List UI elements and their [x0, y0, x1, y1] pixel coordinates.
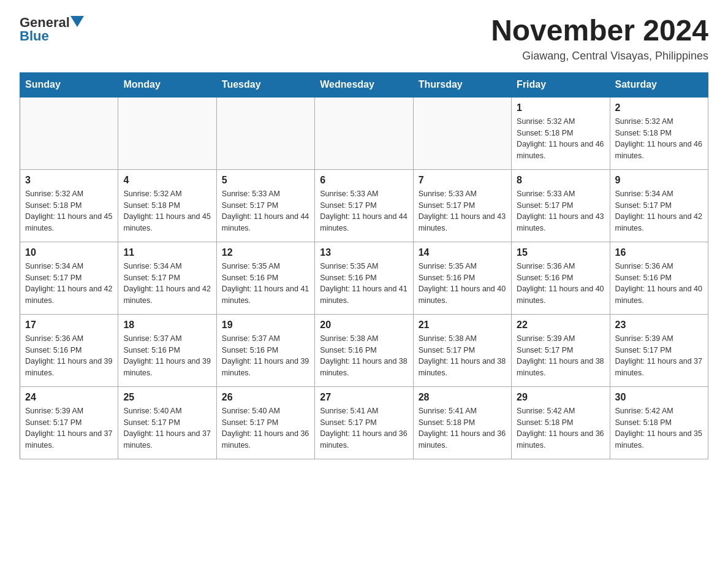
day-number: 4: [123, 175, 211, 186]
day-number: 28: [419, 392, 506, 403]
calendar-week-row: 3Sunrise: 5:32 AM Sunset: 5:18 PM Daylig…: [20, 169, 708, 242]
day-number: 9: [615, 175, 703, 186]
day-info: Sunrise: 5:34 AM Sunset: 5:17 PM Dayligh…: [25, 261, 113, 307]
day-info: Sunrise: 5:35 AM Sunset: 5:16 PM Dayligh…: [320, 261, 408, 307]
calendar-cell: 13Sunrise: 5:35 AM Sunset: 5:16 PM Dayli…: [315, 242, 413, 314]
day-info: Sunrise: 5:33 AM Sunset: 5:17 PM Dayligh…: [517, 188, 604, 234]
day-number: 27: [320, 392, 408, 403]
day-number: 10: [25, 247, 113, 258]
day-number: 15: [517, 247, 604, 258]
day-number: 11: [123, 247, 211, 258]
calendar-week-row: 10Sunrise: 5:34 AM Sunset: 5:17 PM Dayli…: [20, 242, 708, 314]
calendar-cell: 30Sunrise: 5:42 AM Sunset: 5:18 PM Dayli…: [610, 386, 708, 459]
calendar-cell: 26Sunrise: 5:40 AM Sunset: 5:17 PM Dayli…: [216, 386, 314, 459]
day-info: Sunrise: 5:42 AM Sunset: 5:18 PM Dayligh…: [615, 405, 703, 451]
day-info: Sunrise: 5:35 AM Sunset: 5:16 PM Dayligh…: [222, 261, 309, 307]
location-title: Giawang, Central Visayas, Philippines: [491, 50, 708, 63]
day-info: Sunrise: 5:35 AM Sunset: 5:16 PM Dayligh…: [419, 261, 506, 307]
day-number: 7: [419, 175, 506, 186]
day-info: Sunrise: 5:39 AM Sunset: 5:17 PM Dayligh…: [615, 333, 703, 379]
logo: General Blue: [20, 15, 84, 44]
weekday-header-saturday: Saturday: [610, 72, 708, 97]
day-number: 6: [320, 175, 408, 186]
day-info: Sunrise: 5:32 AM Sunset: 5:18 PM Dayligh…: [615, 116, 703, 162]
logo-triangle-icon: [70, 16, 84, 27]
day-number: 21: [419, 320, 506, 331]
day-info: Sunrise: 5:33 AM Sunset: 5:17 PM Dayligh…: [320, 188, 408, 234]
calendar-cell: 27Sunrise: 5:41 AM Sunset: 5:17 PM Dayli…: [315, 386, 413, 459]
weekday-header-sunday: Sunday: [20, 72, 118, 97]
calendar-cell: 4Sunrise: 5:32 AM Sunset: 5:18 PM Daylig…: [118, 169, 216, 242]
calendar-week-row: 17Sunrise: 5:36 AM Sunset: 5:16 PM Dayli…: [20, 314, 708, 386]
day-number: 29: [517, 392, 604, 403]
calendar-cell: 19Sunrise: 5:37 AM Sunset: 5:16 PM Dayli…: [216, 314, 314, 386]
day-info: Sunrise: 5:32 AM Sunset: 5:18 PM Dayligh…: [25, 188, 113, 234]
calendar-cell: 1Sunrise: 5:32 AM Sunset: 5:18 PM Daylig…: [512, 97, 610, 170]
day-number: 8: [517, 175, 604, 186]
day-number: 26: [222, 392, 309, 403]
calendar-cell: 17Sunrise: 5:36 AM Sunset: 5:16 PM Dayli…: [20, 314, 118, 386]
day-info: Sunrise: 5:32 AM Sunset: 5:18 PM Dayligh…: [123, 188, 211, 234]
calendar-cell: 28Sunrise: 5:41 AM Sunset: 5:18 PM Dayli…: [413, 386, 511, 459]
day-number: 5: [222, 175, 309, 186]
day-number: 25: [123, 392, 211, 403]
weekday-header-monday: Monday: [118, 72, 216, 97]
weekday-header-thursday: Thursday: [413, 72, 511, 97]
day-info: Sunrise: 5:39 AM Sunset: 5:17 PM Dayligh…: [517, 333, 604, 379]
title-block: November 2024 Giawang, Central Visayas, …: [491, 15, 708, 63]
calendar-week-row: 24Sunrise: 5:39 AM Sunset: 5:17 PM Dayli…: [20, 386, 708, 459]
calendar-cell: 7Sunrise: 5:33 AM Sunset: 5:17 PM Daylig…: [413, 169, 511, 242]
calendar-cell: 12Sunrise: 5:35 AM Sunset: 5:16 PM Dayli…: [216, 242, 314, 314]
calendar-cell: 2Sunrise: 5:32 AM Sunset: 5:18 PM Daylig…: [610, 97, 708, 170]
calendar-cell: 6Sunrise: 5:33 AM Sunset: 5:17 PM Daylig…: [315, 169, 413, 242]
calendar-cell: [315, 97, 413, 170]
calendar-week-row: 1Sunrise: 5:32 AM Sunset: 5:18 PM Daylig…: [20, 97, 708, 170]
day-info: Sunrise: 5:32 AM Sunset: 5:18 PM Dayligh…: [517, 116, 604, 162]
day-number: 14: [419, 247, 506, 258]
weekday-header-wednesday: Wednesday: [315, 72, 413, 97]
day-info: Sunrise: 5:38 AM Sunset: 5:17 PM Dayligh…: [419, 333, 506, 379]
day-number: 20: [320, 320, 408, 331]
day-info: Sunrise: 5:33 AM Sunset: 5:17 PM Dayligh…: [419, 188, 506, 234]
calendar-cell: 5Sunrise: 5:33 AM Sunset: 5:17 PM Daylig…: [216, 169, 314, 242]
calendar-cell: 24Sunrise: 5:39 AM Sunset: 5:17 PM Dayli…: [20, 386, 118, 459]
day-number: 13: [320, 247, 408, 258]
day-info: Sunrise: 5:37 AM Sunset: 5:16 PM Dayligh…: [123, 333, 211, 379]
calendar-table: SundayMondayTuesdayWednesdayThursdayFrid…: [20, 72, 708, 459]
calendar-cell: [216, 97, 314, 170]
day-info: Sunrise: 5:36 AM Sunset: 5:16 PM Dayligh…: [25, 333, 113, 379]
day-number: 24: [25, 392, 113, 403]
calendar-cell: 11Sunrise: 5:34 AM Sunset: 5:17 PM Dayli…: [118, 242, 216, 314]
calendar-cell: 23Sunrise: 5:39 AM Sunset: 5:17 PM Dayli…: [610, 314, 708, 386]
day-info: Sunrise: 5:40 AM Sunset: 5:17 PM Dayligh…: [123, 405, 211, 451]
weekday-header-friday: Friday: [512, 72, 610, 97]
day-info: Sunrise: 5:39 AM Sunset: 5:17 PM Dayligh…: [25, 405, 113, 451]
day-info: Sunrise: 5:34 AM Sunset: 5:17 PM Dayligh…: [123, 261, 211, 307]
day-info: Sunrise: 5:36 AM Sunset: 5:16 PM Dayligh…: [615, 261, 703, 307]
day-info: Sunrise: 5:36 AM Sunset: 5:16 PM Dayligh…: [517, 261, 604, 307]
calendar-cell: 16Sunrise: 5:36 AM Sunset: 5:16 PM Dayli…: [610, 242, 708, 314]
calendar-cell: 25Sunrise: 5:40 AM Sunset: 5:17 PM Dayli…: [118, 386, 216, 459]
calendar-cell: 15Sunrise: 5:36 AM Sunset: 5:16 PM Dayli…: [512, 242, 610, 314]
day-number: 1: [517, 102, 604, 113]
calendar-cell: [413, 97, 511, 170]
day-number: 18: [123, 320, 211, 331]
day-number: 17: [25, 320, 113, 331]
page-header: General Blue November 2024 Giawang, Cent…: [20, 15, 708, 63]
calendar-cell: 20Sunrise: 5:38 AM Sunset: 5:16 PM Dayli…: [315, 314, 413, 386]
day-info: Sunrise: 5:33 AM Sunset: 5:17 PM Dayligh…: [222, 188, 309, 234]
day-number: 12: [222, 247, 309, 258]
day-number: 19: [222, 320, 309, 331]
calendar-cell: 10Sunrise: 5:34 AM Sunset: 5:17 PM Dayli…: [20, 242, 118, 314]
day-info: Sunrise: 5:40 AM Sunset: 5:17 PM Dayligh…: [222, 405, 309, 451]
day-info: Sunrise: 5:37 AM Sunset: 5:16 PM Dayligh…: [222, 333, 309, 379]
weekday-header-tuesday: Tuesday: [216, 72, 314, 97]
day-info: Sunrise: 5:42 AM Sunset: 5:18 PM Dayligh…: [517, 405, 604, 451]
day-number: 23: [615, 320, 703, 331]
day-info: Sunrise: 5:41 AM Sunset: 5:18 PM Dayligh…: [419, 405, 506, 451]
calendar-cell: 3Sunrise: 5:32 AM Sunset: 5:18 PM Daylig…: [20, 169, 118, 242]
day-info: Sunrise: 5:38 AM Sunset: 5:16 PM Dayligh…: [320, 333, 408, 379]
day-info: Sunrise: 5:34 AM Sunset: 5:17 PM Dayligh…: [615, 188, 703, 234]
logo-blue-text: Blue: [20, 28, 49, 44]
day-number: 22: [517, 320, 604, 331]
